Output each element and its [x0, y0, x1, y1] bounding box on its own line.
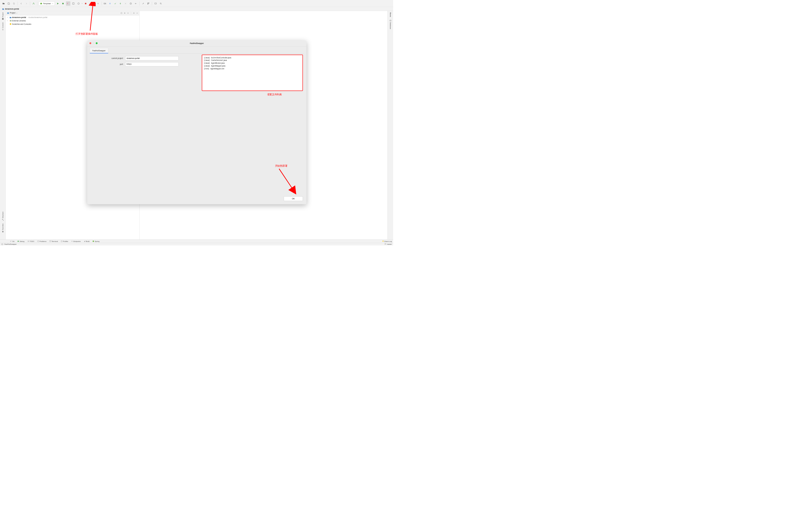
branch-icon — [10, 240, 12, 242]
tab-endpoints[interactable]: Endpoints — [71, 240, 81, 242]
spring-leaf-icon — [93, 240, 94, 242]
breadcrumb: doraemon-portal — [0, 7, 393, 11]
save-icon[interactable] — [6, 1, 11, 6]
close-icon[interactable] — [90, 42, 91, 44]
tree-root[interactable]: › doraemon-portal ~/codes/doraemon-porta… — [6, 16, 140, 19]
svg-point-31 — [385, 243, 385, 244]
hotswap-icon[interactable] — [66, 1, 70, 6]
svg-rect-2 — [72, 3, 74, 4]
git-commit-icon[interactable] — [113, 1, 117, 6]
project-icon — [2, 18, 4, 20]
profiler-run-icon[interactable] — [76, 1, 80, 6]
file-list-item[interactable]: 【Xml】 AgentMapper.xml — [203, 67, 301, 70]
wrench-icon[interactable] — [141, 1, 145, 6]
project-structure-icon[interactable] — [146, 1, 150, 6]
file-list-item[interactable]: 【Java】 EsOrmTestController.java — [203, 56, 301, 59]
tab-debug[interactable]: Debug — [17, 240, 24, 242]
library-icon — [10, 20, 11, 22]
back-icon[interactable] — [19, 1, 23, 6]
gear-icon[interactable] — [133, 12, 135, 14]
hide-icon[interactable] — [136, 12, 138, 14]
annotation-arrow-2 — [275, 166, 300, 196]
run-config-selector[interactable]: Ferryman — [39, 1, 55, 6]
git-fetch-icon[interactable] — [123, 1, 127, 6]
hammer-icon — [84, 240, 86, 242]
expand-all-icon[interactable] — [124, 12, 126, 14]
select-opened-icon[interactable] — [120, 12, 122, 14]
tab-profiler[interactable]: Profiler — [61, 240, 68, 242]
main-toolbar: Ferryman Git: — [0, 0, 393, 7]
profiler-icon — [61, 240, 63, 242]
svg-point-0 — [40, 3, 42, 4]
file-list-item[interactable]: 【Java】 AgentMapper.java — [203, 65, 301, 67]
svg-point-24 — [18, 240, 19, 242]
file-list-item[interactable]: 【Java】 CacheService1.java — [203, 59, 301, 62]
rail-maven[interactable]: Maven — [389, 12, 391, 17]
debug-icon[interactable] — [61, 1, 65, 6]
svg-rect-10 — [155, 3, 157, 4]
window-icon[interactable] — [1, 243, 3, 245]
svg-rect-19 — [11, 20, 11, 21]
tab-problems[interactable]: Problems — [37, 240, 46, 242]
presentation-icon[interactable] — [154, 1, 158, 6]
git-branch[interactable]: master — [385, 243, 392, 245]
git-undo-icon[interactable] — [134, 1, 138, 6]
ok-button[interactable]: OK — [284, 196, 303, 201]
git-pull-icon[interactable] — [108, 1, 112, 6]
tab-todo[interactable]: TODO — [28, 240, 34, 242]
rail-commit[interactable]: Commit — [2, 22, 4, 31]
zoom-icon[interactable] — [96, 42, 97, 44]
sync-icon[interactable] — [12, 1, 16, 6]
rail-structure[interactable]: Structure — [2, 212, 4, 221]
chevron-down-icon[interactable] — [82, 3, 83, 4]
panel-title[interactable]: Project — [10, 12, 15, 14]
breadcrumb-project[interactable]: doraemon-portal — [5, 8, 19, 10]
input-current-project[interactable] — [125, 56, 178, 60]
tab-spring[interactable]: Spring — [93, 240, 100, 242]
svg-rect-4 — [85, 3, 86, 4]
list-icon — [28, 240, 29, 242]
tree-scratches[interactable]: › Scratches and Consoles — [6, 22, 140, 26]
svg-rect-17 — [10, 20, 10, 21]
tree-external-libs[interactable]: › External Libraries — [6, 19, 140, 22]
collapse-all-icon[interactable] — [127, 12, 129, 14]
git-history-icon[interactable] — [129, 1, 133, 6]
file-list-item[interactable]: 【Java】 AgentBroker.java — [203, 62, 301, 65]
forward-icon[interactable] — [24, 1, 29, 6]
rail-favorites[interactable]: Favorites — [2, 223, 4, 233]
label-port: port: — [90, 63, 125, 65]
svg-point-21 — [390, 20, 391, 20]
svg-rect-14 — [7, 12, 9, 14]
svg-point-11 — [160, 3, 161, 4]
run-icon[interactable] — [56, 1, 60, 6]
folder-icon — [2, 8, 4, 10]
tab-terminal[interactable]: Terminal — [49, 240, 58, 242]
rail-database[interactable]: Database — [389, 20, 391, 29]
minimize-icon[interactable] — [93, 42, 94, 44]
svg-rect-8 — [148, 3, 149, 3]
device-icon[interactable] — [91, 1, 95, 6]
chevron-down-icon — [52, 3, 53, 4]
run-config-label: Ferryman — [43, 3, 51, 4]
tab-build[interactable]: Build — [84, 240, 90, 242]
open-icon[interactable] — [1, 1, 6, 6]
window-controls — [90, 42, 98, 44]
changed-files-list: 【Java】 EsOrmTestController.java【Java】 Ca… — [202, 55, 303, 91]
dialog-titlebar[interactable]: FastHotSwapper — [87, 40, 307, 46]
input-port[interactable] — [125, 62, 178, 66]
search-icon[interactable] — [159, 1, 163, 6]
chevron-down-icon[interactable] — [16, 12, 17, 14]
dialog-title: FastHotSwapper — [190, 42, 204, 44]
hotswap-dialog: FastHotSwapper FastHotSwapper current pr… — [87, 40, 307, 204]
coverage-icon[interactable] — [71, 1, 75, 6]
attach-icon[interactable] — [96, 1, 100, 6]
tab-fasthotswapper[interactable]: FastHotSwapper — [90, 48, 108, 53]
svg-rect-30 — [2, 244, 3, 245]
tab-event-log[interactable]: Event Log — [382, 240, 392, 242]
git-push-icon[interactable] — [118, 1, 122, 6]
tab-git[interactable]: Git — [10, 240, 14, 242]
rail-project[interactable]: Project — [2, 12, 4, 20]
stop-icon[interactable] — [84, 1, 88, 6]
left-tool-rail-bottom: Favorites Structure — [0, 212, 6, 234]
build-icon[interactable] — [31, 1, 36, 6]
